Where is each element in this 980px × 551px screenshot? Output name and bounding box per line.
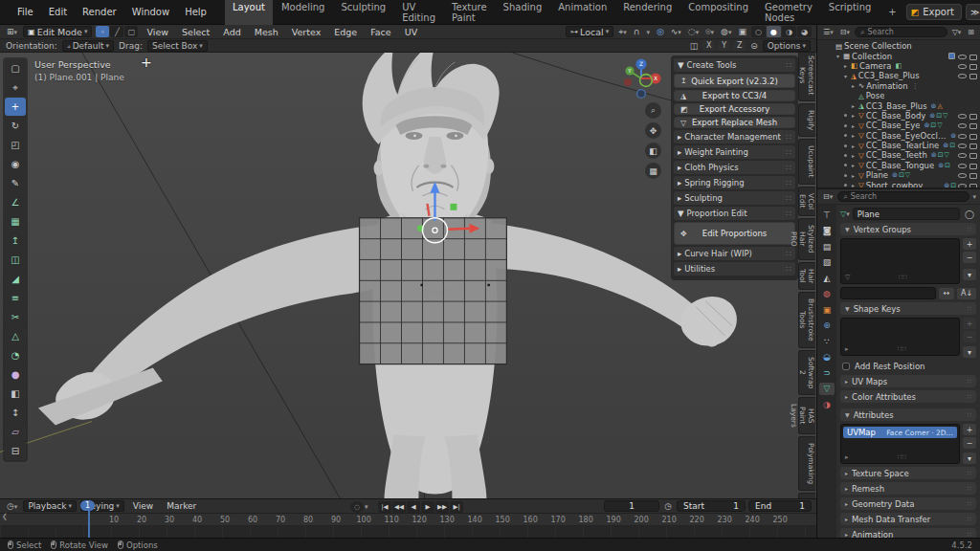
- drag-dropdown[interactable]: Select Box▾: [147, 40, 208, 52]
- snap-base-icon[interactable]: ⊝: [748, 41, 760, 51]
- sidebar-tab-stylized-hair-pro[interactable]: Stylized Hair PRO: [798, 218, 815, 260]
- wireframe-shading-button[interactable]: ○: [751, 26, 766, 37]
- outliner-row-cc3-base-plus[interactable]: ▾◮CC3_Base_Plus: [817, 71, 980, 80]
- data-tab[interactable]: ▽: [819, 383, 835, 395]
- current-frame-badge[interactable]: 1: [80, 500, 95, 511]
- camera-visibility-icon[interactable]: [969, 132, 977, 140]
- scale-tool[interactable]: ◰: [5, 136, 26, 154]
- expander-icon[interactable]: ▾: [835, 53, 841, 59]
- shear-tool[interactable]: ▱: [5, 423, 26, 441]
- render-tab[interactable]: ◙: [819, 225, 835, 237]
- eye-icon[interactable]: [958, 121, 967, 129]
- add-workspace-button[interactable]: +: [880, 3, 903, 21]
- outliner-row-collection[interactable]: ▾▦Collection: [817, 51, 980, 60]
- camera-visibility-icon[interactable]: [969, 72, 977, 79]
- outliner-row-camera[interactable]: ▸◧Camera◧: [817, 61, 980, 71]
- scroll-left-icon[interactable]: ❮: [2, 513, 8, 520]
- scene-tab[interactable]: ◭: [819, 272, 835, 284]
- workspace-tab-texture-paint[interactable]: Texture Paint: [444, 0, 495, 27]
- camera-visibility-icon[interactable]: [969, 142, 977, 149]
- expander-icon[interactable]: ▸: [850, 143, 857, 149]
- material-tab[interactable]: ◑: [819, 398, 835, 410]
- proportional-falloff-dropdown[interactable]: ∿▾: [669, 27, 683, 36]
- overlays-dropdown[interactable]: ◍▾: [719, 27, 733, 36]
- modifiers-tab[interactable]: ⊛: [819, 320, 835, 332]
- bevel-tool[interactable]: ◢: [5, 270, 26, 288]
- edge-slide-tool[interactable]: ◧: [5, 385, 26, 403]
- outliner-row-cc-base-body[interactable]: ▸▽CC_Base_Body⊛⊡▽: [817, 111, 980, 121]
- new-collection-icon[interactable]: ⊞: [966, 28, 976, 36]
- edge-select-button[interactable]: ╱: [110, 26, 123, 37]
- workspace-tab-rendering[interactable]: Rendering: [615, 0, 679, 27]
- editor-type-icon[interactable]: ⊞▾: [5, 27, 19, 36]
- eye-icon[interactable]: [958, 142, 967, 149]
- vgroup-name-input[interactable]: [840, 287, 936, 299]
- panel-uv-maps[interactable]: ▸UV Maps∷: [840, 375, 976, 387]
- outliner-search[interactable]: ⌕ Search: [855, 27, 947, 37]
- vertex-select-button[interactable]: ◦: [96, 26, 109, 37]
- camera-visibility-icon[interactable]: [969, 162, 977, 169]
- move-tool[interactable]: +: [5, 98, 26, 116]
- expander-icon[interactable]: ▸: [850, 82, 857, 89]
- zoom-icon[interactable]: ⌕: [645, 102, 661, 119]
- spin-tool[interactable]: ◔: [5, 346, 26, 364]
- panel-texture-space[interactable]: ▸Texture Space∷: [840, 467, 976, 479]
- editor-type-icon[interactable]: ⊟▾: [821, 192, 835, 201]
- workspace-tab-uv-editing[interactable]: UV Editing: [394, 0, 443, 27]
- panel-shape-keys[interactable]: ▼Shape Keys∷: [840, 302, 976, 315]
- eye-icon[interactable]: [958, 53, 967, 60]
- sidebar-tab-ucupaint[interactable]: Ucupaint: [798, 139, 815, 185]
- expander-icon[interactable]: ▸: [850, 102, 857, 109]
- add-attribute-button[interactable]: +: [963, 424, 976, 435]
- expander-icon[interactable]: ▸: [850, 112, 857, 119]
- shrink-fatten-tool[interactable]: ↕: [5, 404, 26, 422]
- shape-keys-list[interactable]: ▸∷∷: [840, 318, 960, 356]
- view-menu[interactable]: View: [128, 500, 158, 512]
- constraints-tab[interactable]: ⊃: [819, 366, 835, 379]
- panel-attributes[interactable]: ▼Attributes∷: [840, 408, 976, 421]
- fake-user-icon[interactable]: ◯: [963, 209, 976, 219]
- face-select-button[interactable]: ▢: [124, 26, 138, 37]
- options-chevron-icon[interactable]: ▾: [972, 193, 976, 201]
- remove-shapekey-button[interactable]: −: [963, 331, 976, 342]
- output-tab[interactable]: ▤: [819, 240, 835, 253]
- attributes-list[interactable]: UVMap Face Corner · 2D… ▸∷∷: [840, 424, 960, 464]
- mirror-y-button[interactable]: Y: [718, 40, 730, 51]
- timeline-ruler[interactable]: 1102030405060708090100110120130140150160…: [0, 514, 816, 526]
- solid-shading-button[interactable]: ●: [767, 26, 781, 37]
- jump-start-button[interactable]: |◀: [378, 501, 391, 513]
- expander-icon[interactable]: ▾: [842, 73, 849, 79]
- eye-icon[interactable]: [958, 162, 967, 169]
- move-vgroup-icon[interactable]: ↔: [939, 288, 954, 299]
- expander-icon[interactable]: ▸: [850, 172, 857, 179]
- workspace-tab-geometry-nodes[interactable]: Geometry Nodes: [757, 0, 820, 27]
- eye-icon[interactable]: [958, 151, 967, 159]
- attribute-item-uvmap[interactable]: UVMap Face Corner · 2D…: [843, 427, 957, 438]
- tool-tab[interactable]: ⊤: [819, 209, 835, 221]
- checkbox-icon[interactable]: [842, 363, 850, 370]
- vertex-groups-list[interactable]: ▽∷∷: [840, 238, 960, 284]
- particles-tab[interactable]: ∵: [819, 335, 835, 347]
- checkbox-icon[interactable]: [948, 53, 955, 59]
- attribute-specials-button[interactable]: ▾: [963, 452, 976, 464]
- export-to-cc3-4-button[interactable]: ◮Export to CC3/4: [674, 90, 795, 101]
- shapekey-specials-button[interactable]: ▾: [963, 346, 976, 358]
- start-frame-field[interactable]: Start1: [677, 500, 746, 512]
- menu-face[interactable]: Face: [366, 26, 395, 38]
- camera-visibility-icon[interactable]: [969, 151, 977, 159]
- menu-window[interactable]: Window: [125, 4, 176, 20]
- workspace-tab-animation[interactable]: Animation: [550, 0, 614, 27]
- camera-visibility-icon[interactable]: [969, 121, 977, 129]
- expander-icon[interactable]: ▸: [850, 132, 857, 139]
- mode-selector[interactable]: ▣ Edit Mode▾: [23, 26, 92, 37]
- next-keyframe-button[interactable]: ▶▶: [435, 501, 449, 513]
- vgroup-filter-icon[interactable]: ▽: [845, 274, 850, 281]
- panel-create-tools[interactable]: ▼Create Tools∷: [674, 58, 795, 72]
- stopwatch-icon[interactable]: ◷: [662, 501, 674, 511]
- eye-icon[interactable]: [958, 72, 967, 79]
- sidebar-tab-softwrap-2[interactable]: Softwrap 2: [798, 350, 815, 395]
- select-box-tool[interactable]: ▢: [5, 59, 26, 77]
- physics-tab[interactable]: ◒: [819, 351, 835, 364]
- menu-edit[interactable]: Edit: [42, 4, 74, 20]
- camera-visibility-icon[interactable]: [969, 62, 977, 70]
